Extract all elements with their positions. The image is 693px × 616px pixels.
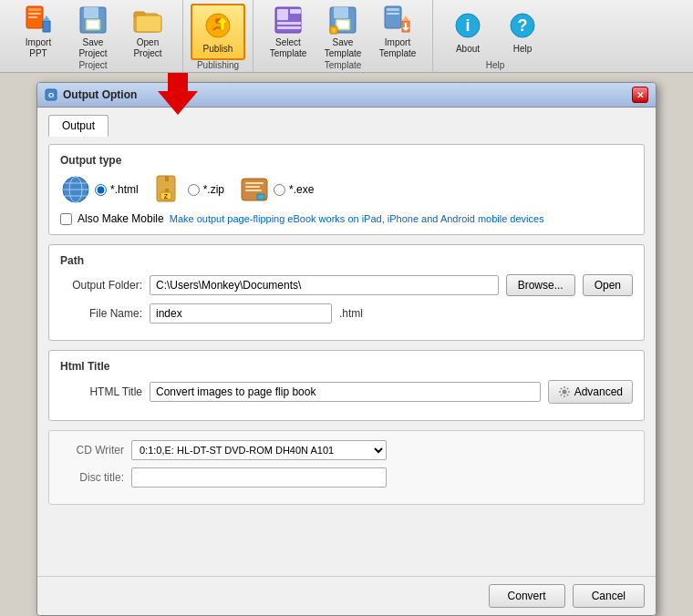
html-option-group: *.html (60, 174, 139, 205)
output-type-label: Output type (60, 154, 633, 167)
file-name-input[interactable] (150, 303, 332, 323)
svg-rect-52 (245, 186, 260, 188)
save-project-label: Save Project (70, 37, 116, 59)
help-button[interactable]: ? Help (495, 4, 550, 60)
import-ppt-button[interactable]: Import PPT (11, 4, 66, 60)
output-folder-input[interactable] (150, 275, 499, 295)
file-name-label: File Name: (60, 307, 142, 320)
about-icon: i (451, 9, 484, 42)
svg-rect-3 (28, 16, 37, 18)
svg-rect-27 (387, 8, 399, 11)
svg-rect-46 (165, 183, 169, 187)
svg-rect-21 (334, 7, 348, 18)
output-folder-row: Output Folder: document.currentScript.pr… (60, 274, 633, 296)
about-button[interactable]: i About (440, 4, 495, 60)
zip-radio[interactable] (188, 184, 200, 196)
html-title-row: HTML Title (60, 380, 633, 404)
select-template-label: Select Template (265, 37, 311, 59)
dialog-title-area: O Output Option (45, 88, 137, 101)
mobile-checkbox-label: Also Make Mobile (78, 212, 164, 225)
html-radio[interactable] (95, 184, 107, 196)
cancel-button[interactable]: Cancel (573, 584, 645, 608)
tab-bar: Output (48, 115, 645, 137)
svg-text:?: ? (518, 16, 528, 35)
open-button[interactable]: Open (583, 274, 633, 296)
svg-marker-4 (43, 21, 50, 32)
file-name-row: File Name: .html (60, 303, 633, 323)
cd-writer-select[interactable]: 0:1:0,E: HL-DT-ST DVD-ROM DH40N A101 (131, 440, 387, 460)
output-type-section: Output type *.html (48, 144, 645, 235)
zip-icon: Z (153, 174, 184, 205)
import-template-button[interactable]: Import Template (370, 4, 425, 60)
disc-title-input[interactable] (131, 467, 387, 488)
mobile-link[interactable]: Make output page-flipping eBook works on… (170, 213, 544, 224)
svg-line-62 (566, 388, 567, 389)
output-folder-label: Output Folder: (60, 279, 142, 292)
svg-rect-53 (245, 190, 262, 191)
disc-title-label: Disc title: (60, 471, 124, 484)
exe-option-group: *.exe (239, 174, 314, 205)
browse-button[interactable]: Browse... (506, 274, 575, 296)
html-title-input[interactable] (150, 382, 541, 402)
toolbar-group-template: Select Template T Save Template (253, 0, 433, 72)
svg-marker-30 (402, 15, 409, 21)
select-template-button[interactable]: Select Template (261, 4, 315, 60)
cd-writer-label: CD Writer (60, 444, 124, 457)
path-section-label: Path (60, 254, 633, 267)
save-project-button[interactable]: Save Project (66, 4, 120, 60)
html-title-section-label: Html Title (60, 360, 633, 373)
exe-icon (239, 174, 270, 205)
svg-point-13 (206, 14, 230, 37)
svg-rect-16 (277, 9, 288, 20)
publishing-group-label: Publishing (183, 60, 253, 70)
svg-text:O: O (48, 91, 54, 99)
cd-writer-section: CD Writer 0:1:0,E: HL-DT-ST DVD-ROM DH40… (48, 430, 645, 505)
zip-option-group: Z *.zip (153, 174, 224, 205)
svg-rect-28 (387, 13, 399, 15)
advanced-button[interactable]: Advanced (548, 380, 633, 404)
save-project-icon (77, 5, 109, 36)
output-tab[interactable]: Output (48, 115, 109, 137)
toolbar-group-project: Import PPT Save Project Ope (4, 0, 183, 72)
svg-point-55 (562, 390, 566, 395)
convert-button[interactable]: Convert (489, 584, 565, 608)
help-group-label: Help (433, 60, 557, 70)
save-template-button[interactable]: T Save Template (315, 4, 370, 60)
zip-label: *.zip (203, 183, 224, 196)
select-template-icon (272, 5, 305, 36)
exe-radio[interactable] (274, 184, 285, 196)
publish-button[interactable]: Publish (191, 4, 245, 60)
toolbar-group-publishing: Publish Publishing (183, 0, 253, 72)
dialog-footer: Convert Cancel (37, 576, 656, 615)
svg-rect-1 (28, 8, 41, 11)
file-ext-label: .html (339, 307, 363, 320)
html-globe-icon (60, 174, 91, 205)
svg-rect-45 (165, 176, 169, 181)
import-ppt-icon (22, 5, 55, 36)
html-title-section: Html Title HTML Title (48, 350, 645, 421)
svg-marker-54 (257, 194, 264, 200)
help-icon: ? (506, 9, 539, 42)
svg-marker-5 (43, 15, 50, 21)
gear-icon (558, 385, 571, 398)
svg-rect-47 (165, 189, 169, 192)
dialog-titlebar: O Output Option ✕ (37, 83, 656, 108)
svg-line-61 (566, 395, 567, 395)
svg-rect-23 (337, 21, 348, 28)
open-project-button[interactable]: Open Project (120, 4, 175, 60)
html-title-field-label: HTML Title (60, 385, 142, 398)
output-type-options: *.html Z *.zip (60, 174, 633, 205)
disc-title-row: Disc title: (60, 467, 633, 488)
project-group-label: Project (4, 60, 182, 70)
svg-line-60 (560, 388, 561, 389)
open-project-label: Open Project (125, 37, 171, 59)
mobile-checkbox[interactable] (60, 213, 72, 225)
svg-rect-7 (84, 7, 98, 18)
open-project-icon (131, 5, 164, 36)
svg-rect-9 (88, 21, 98, 28)
svg-rect-17 (290, 9, 301, 14)
dialog-close-button[interactable]: ✕ (632, 87, 648, 103)
path-section: Path Output Folder: document.currentScri… (48, 244, 645, 341)
publish-icon (202, 9, 234, 42)
svg-line-63 (560, 395, 561, 395)
